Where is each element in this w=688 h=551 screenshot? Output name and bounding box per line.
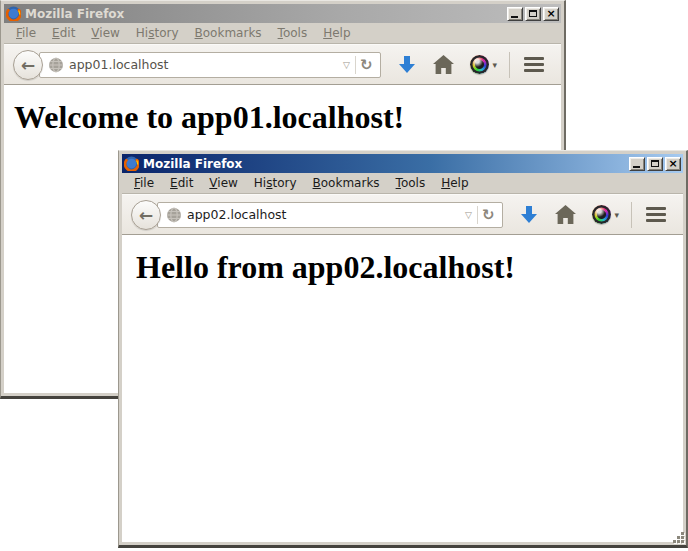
reload-icon[interactable]: ↻ (356, 56, 377, 74)
download-button[interactable] (511, 198, 547, 232)
back-icon: ← (139, 205, 153, 225)
minimize-icon (511, 16, 518, 18)
colorwheel-icon (592, 205, 611, 224)
menu-edit[interactable]: Edit (44, 24, 83, 42)
download-button[interactable] (389, 48, 425, 82)
url-input[interactable] (69, 57, 338, 72)
toolbar-separator (509, 52, 510, 78)
colorwheel-addon-button[interactable]: ▾ (462, 48, 505, 82)
window-title: Mozilla Firefox (25, 7, 505, 21)
close-icon: × (546, 8, 555, 19)
maximize-button[interactable] (525, 7, 541, 21)
minimize-button[interactable] (507, 7, 523, 21)
desktop: Mozilla Firefox × File Edit View History… (0, 0, 688, 551)
menu-view[interactable]: View (201, 174, 245, 192)
menu-help[interactable]: Help (433, 174, 476, 192)
maximize-button[interactable] (647, 157, 663, 171)
menu-bookmarks[interactable]: Bookmarks (187, 24, 270, 42)
url-bar[interactable]: ▽ ↻ (39, 52, 381, 78)
minimize-button[interactable] (629, 157, 645, 171)
toolbar-separator (631, 202, 632, 228)
menu-help[interactable]: Help (315, 24, 358, 42)
back-button[interactable]: ← (131, 200, 161, 230)
firefox-logo-icon (124, 156, 139, 171)
menu-edit[interactable]: Edit (162, 174, 201, 192)
home-icon (433, 55, 454, 74)
open-menu-button[interactable] (638, 198, 674, 232)
open-menu-button[interactable] (516, 48, 552, 82)
page-heading: Hello from app02.localhost! (136, 249, 683, 286)
globe-site-icon (48, 57, 64, 73)
menu-bar: File Edit View History Bookmarks Tools H… (4, 23, 561, 44)
chevron-down-icon: ▾ (614, 210, 619, 220)
resize-grip[interactable] (671, 530, 685, 544)
minimize-icon (633, 166, 640, 168)
download-icon (519, 205, 539, 225)
hamburger-menu-icon (524, 57, 544, 60)
titlebar[interactable]: Mozilla Firefox × (4, 4, 561, 23)
urlbar-dropdown-icon[interactable]: ▽ (338, 60, 355, 70)
hamburger-menu-icon (646, 207, 666, 210)
url-bar[interactable]: ▽ ↻ (157, 202, 503, 228)
menu-history[interactable]: History (128, 24, 187, 42)
colorwheel-addon-button[interactable]: ▾ (584, 198, 627, 232)
maximize-icon (651, 160, 659, 167)
menu-bar: File Edit View History Bookmarks Tools H… (122, 173, 683, 194)
urlbar-dropdown-icon[interactable]: ▽ (460, 210, 477, 220)
titlebar[interactable]: Mozilla Firefox × (122, 154, 683, 173)
colorwheel-icon (470, 55, 489, 74)
maximize-icon (529, 10, 537, 17)
back-button[interactable]: ← (13, 50, 43, 80)
globe-site-icon (166, 207, 182, 223)
reload-icon[interactable]: ↻ (478, 206, 499, 224)
home-icon (555, 205, 576, 224)
menu-bookmarks[interactable]: Bookmarks (305, 174, 388, 192)
page-heading: Welcome to app01.localhost! (14, 99, 561, 136)
home-button[interactable] (547, 198, 584, 232)
menu-history[interactable]: History (246, 174, 305, 192)
navigation-toolbar: ← ▽ ↻ (4, 44, 561, 85)
front-browser-window: Mozilla Firefox × File Edit View History… (118, 150, 688, 548)
menu-tools[interactable]: Tools (270, 24, 316, 42)
home-button[interactable] (425, 48, 462, 82)
menu-file[interactable]: File (126, 174, 162, 192)
download-icon (397, 55, 417, 75)
back-icon: ← (21, 55, 35, 75)
firefox-logo-icon (6, 6, 21, 21)
menu-file[interactable]: File (8, 24, 44, 42)
navigation-toolbar: ← ▽ ↻ (122, 194, 683, 235)
menu-view[interactable]: View (83, 24, 127, 42)
url-input[interactable] (187, 207, 460, 222)
close-icon: × (668, 158, 677, 169)
page-content: Hello from app02.localhost! (122, 235, 683, 542)
close-button[interactable]: × (665, 157, 681, 171)
close-button[interactable]: × (543, 7, 559, 21)
window-title: Mozilla Firefox (143, 157, 627, 171)
chevron-down-icon: ▾ (492, 60, 497, 70)
menu-tools[interactable]: Tools (388, 174, 434, 192)
